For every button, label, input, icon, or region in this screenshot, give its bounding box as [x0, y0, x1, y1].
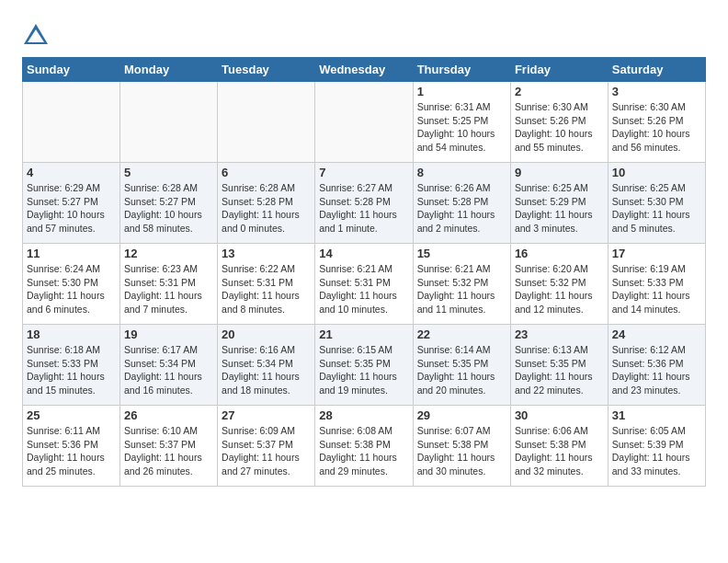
- day-info: Sunrise: 6:09 AM Sunset: 5:37 PM Dayligh…: [222, 424, 311, 478]
- day-number: 21: [319, 327, 408, 341]
- day-number: 2: [515, 85, 604, 98]
- day-info: Sunrise: 6:21 AM Sunset: 5:31 PM Dayligh…: [319, 262, 408, 316]
- calendar-table: SundayMondayTuesdayWednesdayThursdayFrid…: [22, 57, 706, 487]
- calendar-day-cell: 9Sunrise: 6:25 AM Sunset: 5:29 PM Daylig…: [510, 163, 608, 244]
- day-number: 15: [417, 247, 506, 260]
- day-number: 11: [27, 247, 116, 260]
- day-number: 22: [417, 327, 506, 341]
- day-info: Sunrise: 6:05 AM Sunset: 5:39 PM Dayligh…: [612, 424, 701, 478]
- day-info: Sunrise: 6:28 AM Sunset: 5:27 PM Dayligh…: [124, 181, 213, 236]
- calendar-day-cell: 25Sunrise: 6:11 AM Sunset: 5:36 PM Dayli…: [23, 406, 120, 487]
- calendar-day-cell: 27Sunrise: 6:09 AM Sunset: 5:37 PM Dayli…: [218, 406, 315, 487]
- calendar-day-cell: 6Sunrise: 6:28 AM Sunset: 5:28 PM Daylig…: [218, 163, 315, 244]
- calendar-day-cell: [218, 82, 315, 163]
- calendar-week-row: 18Sunrise: 6:18 AM Sunset: 5:33 PM Dayli…: [23, 325, 706, 406]
- day-info: Sunrise: 6:20 AM Sunset: 5:32 PM Dayligh…: [515, 262, 604, 316]
- day-number: 6: [222, 166, 311, 179]
- day-info: Sunrise: 6:22 AM Sunset: 5:31 PM Dayligh…: [222, 262, 311, 316]
- day-number: 17: [612, 247, 701, 260]
- day-info: Sunrise: 6:06 AM Sunset: 5:38 PM Dayligh…: [515, 424, 604, 478]
- day-info: Sunrise: 6:10 AM Sunset: 5:37 PM Dayligh…: [124, 424, 213, 478]
- day-number: 5: [124, 166, 213, 179]
- logo-icon: [22, 22, 50, 50]
- day-number: 26: [124, 408, 213, 422]
- calendar-day-cell: 4Sunrise: 6:29 AM Sunset: 5:27 PM Daylig…: [23, 163, 120, 244]
- day-info: Sunrise: 6:19 AM Sunset: 5:33 PM Dayligh…: [612, 262, 701, 316]
- day-number: 31: [612, 408, 701, 422]
- calendar-day-header: Tuesday: [218, 58, 315, 82]
- day-number: 13: [222, 247, 311, 260]
- day-info: Sunrise: 6:18 AM Sunset: 5:33 PM Dayligh…: [27, 343, 116, 397]
- day-info: Sunrise: 6:26 AM Sunset: 5:28 PM Dayligh…: [417, 181, 506, 236]
- day-info: Sunrise: 6:23 AM Sunset: 5:31 PM Dayligh…: [124, 262, 213, 316]
- calendar-day-cell: 29Sunrise: 6:07 AM Sunset: 5:38 PM Dayli…: [413, 406, 510, 487]
- day-info: Sunrise: 6:28 AM Sunset: 5:28 PM Dayligh…: [222, 181, 311, 236]
- day-number: 24: [612, 327, 701, 341]
- calendar-week-row: 25Sunrise: 6:11 AM Sunset: 5:36 PM Dayli…: [23, 406, 706, 487]
- day-info: Sunrise: 6:11 AM Sunset: 5:36 PM Dayligh…: [27, 424, 116, 478]
- calendar-day-header: Wednesday: [315, 58, 413, 82]
- day-number: 27: [222, 408, 311, 422]
- calendar-day-cell: 26Sunrise: 6:10 AM Sunset: 5:37 PM Dayli…: [120, 406, 218, 487]
- day-number: 20: [222, 327, 311, 341]
- day-info: Sunrise: 6:07 AM Sunset: 5:38 PM Dayligh…: [417, 424, 506, 478]
- day-info: Sunrise: 6:25 AM Sunset: 5:30 PM Dayligh…: [612, 181, 701, 236]
- calendar-week-row: 4Sunrise: 6:29 AM Sunset: 5:27 PM Daylig…: [23, 163, 706, 244]
- day-info: Sunrise: 6:31 AM Sunset: 5:25 PM Dayligh…: [417, 100, 506, 155]
- calendar-header-row: SundayMondayTuesdayWednesdayThursdayFrid…: [23, 58, 706, 82]
- calendar-day-cell: 2Sunrise: 6:30 AM Sunset: 5:26 PM Daylig…: [510, 82, 608, 163]
- calendar-day-cell: 30Sunrise: 6:06 AM Sunset: 5:38 PM Dayli…: [510, 406, 608, 487]
- day-info: Sunrise: 6:27 AM Sunset: 5:28 PM Dayligh…: [319, 181, 408, 236]
- day-number: 29: [417, 408, 506, 422]
- calendar-day-cell: 21Sunrise: 6:15 AM Sunset: 5:35 PM Dayli…: [315, 325, 413, 406]
- day-number: 3: [612, 85, 701, 98]
- day-number: 28: [319, 408, 408, 422]
- day-number: 10: [612, 166, 701, 179]
- calendar-day-cell: 17Sunrise: 6:19 AM Sunset: 5:33 PM Dayli…: [608, 244, 705, 325]
- calendar-day-cell: 23Sunrise: 6:13 AM Sunset: 5:35 PM Dayli…: [510, 325, 608, 406]
- day-info: Sunrise: 6:21 AM Sunset: 5:32 PM Dayligh…: [417, 262, 506, 316]
- calendar-day-cell: 16Sunrise: 6:20 AM Sunset: 5:32 PM Dayli…: [510, 244, 608, 325]
- day-number: 9: [515, 166, 604, 179]
- calendar-day-cell: 1Sunrise: 6:31 AM Sunset: 5:25 PM Daylig…: [413, 82, 510, 163]
- calendar-day-cell: 11Sunrise: 6:24 AM Sunset: 5:30 PM Dayli…: [23, 244, 120, 325]
- day-number: 30: [515, 408, 604, 422]
- calendar-day-cell: 20Sunrise: 6:16 AM Sunset: 5:34 PM Dayli…: [218, 325, 315, 406]
- calendar-day-cell: 19Sunrise: 6:17 AM Sunset: 5:34 PM Dayli…: [120, 325, 218, 406]
- calendar-day-header: Sunday: [23, 58, 120, 82]
- calendar-day-header: Monday: [120, 58, 218, 82]
- calendar-day-cell: 14Sunrise: 6:21 AM Sunset: 5:31 PM Dayli…: [315, 244, 413, 325]
- header: [22, 18, 706, 50]
- day-number: 14: [319, 247, 408, 260]
- day-info: Sunrise: 6:29 AM Sunset: 5:27 PM Dayligh…: [27, 181, 116, 236]
- calendar-day-cell: 12Sunrise: 6:23 AM Sunset: 5:31 PM Dayli…: [120, 244, 218, 325]
- day-number: 12: [124, 247, 213, 260]
- logo: [22, 22, 53, 50]
- day-number: 19: [124, 327, 213, 341]
- calendar-day-header: Saturday: [608, 58, 705, 82]
- day-number: 8: [417, 166, 506, 179]
- calendar-day-cell: 15Sunrise: 6:21 AM Sunset: 5:32 PM Dayli…: [413, 244, 510, 325]
- day-info: Sunrise: 6:17 AM Sunset: 5:34 PM Dayligh…: [124, 343, 213, 397]
- calendar-day-cell: [315, 82, 413, 163]
- calendar-day-cell: 13Sunrise: 6:22 AM Sunset: 5:31 PM Dayli…: [218, 244, 315, 325]
- day-info: Sunrise: 6:15 AM Sunset: 5:35 PM Dayligh…: [319, 343, 408, 397]
- day-info: Sunrise: 6:25 AM Sunset: 5:29 PM Dayligh…: [515, 181, 604, 236]
- calendar-day-header: Friday: [510, 58, 608, 82]
- calendar-day-cell: 22Sunrise: 6:14 AM Sunset: 5:35 PM Dayli…: [413, 325, 510, 406]
- day-info: Sunrise: 6:16 AM Sunset: 5:34 PM Dayligh…: [222, 343, 311, 397]
- calendar-day-cell: 18Sunrise: 6:18 AM Sunset: 5:33 PM Dayli…: [23, 325, 120, 406]
- day-info: Sunrise: 6:30 AM Sunset: 5:26 PM Dayligh…: [515, 100, 604, 155]
- day-number: 7: [319, 166, 408, 179]
- calendar-day-header: Thursday: [413, 58, 510, 82]
- day-info: Sunrise: 6:08 AM Sunset: 5:38 PM Dayligh…: [319, 424, 408, 478]
- calendar-day-cell: [23, 82, 120, 163]
- day-number: 4: [27, 166, 116, 179]
- day-number: 1: [417, 85, 506, 98]
- day-info: Sunrise: 6:14 AM Sunset: 5:35 PM Dayligh…: [417, 343, 506, 397]
- day-info: Sunrise: 6:24 AM Sunset: 5:30 PM Dayligh…: [27, 262, 116, 316]
- day-number: 23: [515, 327, 604, 341]
- day-number: 18: [27, 327, 116, 341]
- calendar-day-cell: 24Sunrise: 6:12 AM Sunset: 5:36 PM Dayli…: [608, 325, 705, 406]
- day-number: 25: [27, 408, 116, 422]
